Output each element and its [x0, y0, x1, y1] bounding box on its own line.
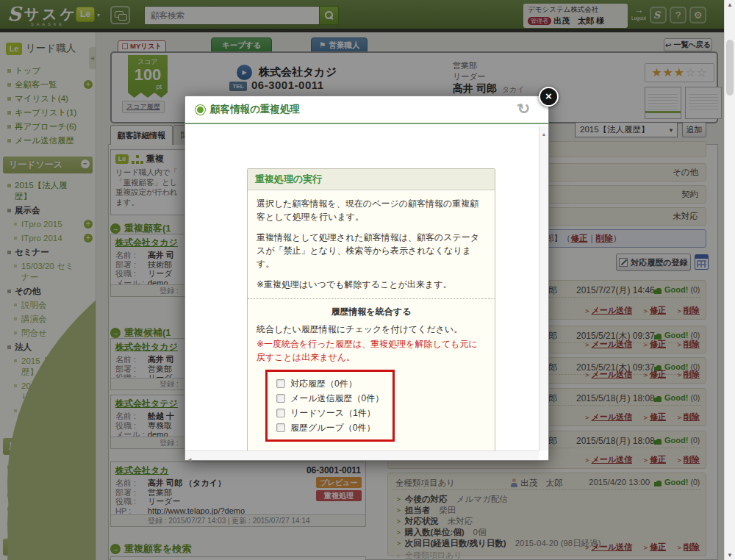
modal-title: 顧客情報の重複処理: [210, 103, 300, 116]
refresh-icon[interactable]: ↻: [516, 98, 533, 119]
merge-options-box: 対応履歴（0件） メール送信履歴（0件） リードソース（1件） 履歴グループ（0…: [265, 370, 395, 442]
merge-description: 統合したい履歴情報にチェックを付けてください。: [257, 323, 486, 336]
scroll-up-icon[interactable]: ▲: [725, 1, 735, 8]
checkbox-icon[interactable]: [276, 409, 285, 417]
modal-paragraph: ※重複処理はいつでも解除することが出来ます。: [257, 278, 486, 291]
duplicate-processing-modal: 顧客情報の重複処理 ↻ 重複処理の実行 選択した顧客情報を、現在のページの顧客情…: [184, 96, 549, 461]
close-icon: ×: [545, 90, 552, 102]
close-button[interactable]: ×: [539, 87, 559, 107]
check-mail-history[interactable]: メール送信履歴（0件）: [276, 391, 384, 406]
checkbox-icon[interactable]: [276, 423, 285, 432]
page-scrollbar[interactable]: ▲ ▼: [724, 0, 735, 560]
checkbox-icon[interactable]: [276, 394, 285, 403]
modal-bullet-icon: [196, 105, 205, 115]
check-history-group[interactable]: 履歴グループ（0件）: [276, 420, 384, 435]
check-leadsource[interactable]: リードソース（1件）: [276, 406, 384, 420]
merge-section-title: 履歴情報を統合する: [257, 305, 486, 318]
modal-paragraph: 重複情報として処理された顧客情報は、顧客のステータスが「禁止」となり、検索等から…: [257, 231, 486, 270]
scroll-down-icon[interactable]: ▼: [725, 552, 735, 559]
modal-horizontal-scrollbar[interactable]: ◀: [185, 450, 539, 460]
modal-body: 重複処理の実行 選択した顧客情報を、現在のページの顧客情報の重複顧客として処理を…: [185, 126, 539, 450]
execution-box: 重複処理の実行 選択した顧客情報を、現在のページの顧客情報の重複顧客として処理を…: [247, 168, 495, 450]
viewport: S サスケ SAASKE Le ▾ デモシステム株式会社 管理者 出茂 太郎 様…: [0, 0, 735, 560]
modal-vertical-scrollbar[interactable]: ▲: [539, 126, 548, 450]
scroll-up-icon[interactable]: ▲: [542, 132, 547, 137]
modal-paragraph: 選択した顧客情報を、現在のページの顧客情報の重複顧客として処理を行います。: [257, 197, 486, 223]
execution-box-title: 重複処理の実行: [248, 169, 495, 190]
check-taiou-rireki[interactable]: 対応履歴（0件）: [276, 376, 384, 391]
scroll-left-icon[interactable]: ◀: [187, 457, 191, 462]
scrollbar-thumb[interactable]: [726, 40, 734, 96]
dotted-divider: [248, 298, 495, 299]
merge-warning: ※一度統合を行った履歴は、重複処理を解除しても元に戻すことは出来ません。: [257, 337, 486, 364]
modal-header: 顧客情報の重複処理 ↻: [185, 96, 548, 124]
checkbox-icon[interactable]: [276, 379, 285, 388]
